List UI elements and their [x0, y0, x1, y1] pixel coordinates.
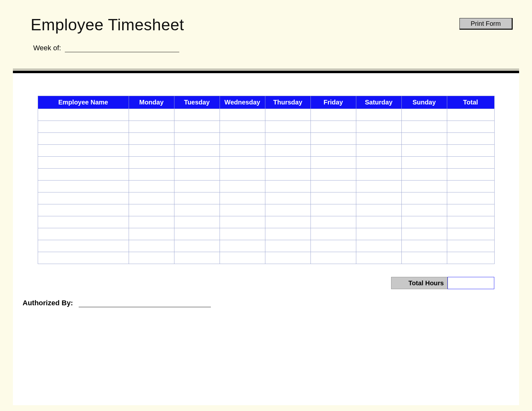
table-cell[interactable] — [356, 228, 401, 240]
table-cell[interactable] — [265, 252, 310, 264]
table-cell[interactable] — [174, 204, 220, 216]
table-cell[interactable] — [447, 109, 494, 121]
table-cell[interactable] — [220, 109, 265, 121]
table-cell[interactable] — [38, 157, 129, 169]
table-cell[interactable] — [220, 145, 265, 157]
table-cell[interactable] — [447, 216, 494, 228]
table-cell[interactable] — [38, 228, 129, 240]
table-cell[interactable] — [401, 169, 447, 181]
table-cell[interactable] — [129, 145, 174, 157]
table-cell[interactable] — [129, 181, 174, 192]
table-cell[interactable] — [220, 240, 265, 252]
table-cell[interactable] — [447, 169, 494, 181]
table-cell[interactable] — [129, 252, 174, 264]
table-cell[interactable] — [310, 109, 356, 121]
table-cell[interactable] — [174, 228, 220, 240]
table-cell[interactable] — [310, 133, 356, 145]
table-cell[interactable] — [265, 133, 310, 145]
table-cell[interactable] — [38, 192, 129, 204]
table-cell[interactable] — [401, 145, 447, 157]
table-cell[interactable] — [174, 169, 220, 181]
table-cell[interactable] — [310, 192, 356, 204]
table-cell[interactable] — [220, 181, 265, 192]
table-cell[interactable] — [38, 181, 129, 192]
table-cell[interactable] — [401, 121, 447, 133]
table-cell[interactable] — [265, 216, 310, 228]
table-cell[interactable] — [38, 121, 129, 133]
table-cell[interactable] — [356, 240, 401, 252]
table-cell[interactable] — [447, 192, 494, 204]
table-cell[interactable] — [174, 133, 220, 145]
table-cell[interactable] — [174, 181, 220, 192]
print-form-button[interactable]: Print Form — [459, 18, 513, 30]
table-cell[interactable] — [38, 169, 129, 181]
table-cell[interactable] — [310, 157, 356, 169]
table-cell[interactable] — [38, 252, 129, 264]
table-cell[interactable] — [38, 216, 129, 228]
table-cell[interactable] — [265, 204, 310, 216]
table-cell[interactable] — [265, 192, 310, 204]
table-cell[interactable] — [356, 157, 401, 169]
table-cell[interactable] — [220, 252, 265, 264]
table-cell[interactable] — [129, 228, 174, 240]
weekof-input[interactable] — [65, 44, 179, 52]
table-cell[interactable] — [220, 216, 265, 228]
table-cell[interactable] — [129, 216, 174, 228]
table-cell[interactable] — [356, 133, 401, 145]
table-cell[interactable] — [129, 133, 174, 145]
authorized-by-input[interactable] — [79, 299, 211, 307]
table-cell[interactable] — [38, 133, 129, 145]
table-cell[interactable] — [447, 204, 494, 216]
table-cell[interactable] — [401, 240, 447, 252]
table-cell[interactable] — [401, 181, 447, 192]
table-cell[interactable] — [265, 109, 310, 121]
table-cell[interactable] — [401, 192, 447, 204]
table-cell[interactable] — [38, 145, 129, 157]
table-cell[interactable] — [129, 121, 174, 133]
table-cell[interactable] — [129, 192, 174, 204]
table-cell[interactable] — [38, 240, 129, 252]
table-cell[interactable] — [447, 133, 494, 145]
table-cell[interactable] — [174, 121, 220, 133]
table-cell[interactable] — [220, 121, 265, 133]
table-cell[interactable] — [174, 192, 220, 204]
table-cell[interactable] — [129, 109, 174, 121]
table-cell[interactable] — [356, 181, 401, 192]
table-cell[interactable] — [447, 181, 494, 192]
table-cell[interactable] — [356, 109, 401, 121]
table-cell[interactable] — [356, 121, 401, 133]
table-cell[interactable] — [356, 216, 401, 228]
table-cell[interactable] — [220, 204, 265, 216]
table-cell[interactable] — [447, 252, 494, 264]
table-cell[interactable] — [310, 216, 356, 228]
table-cell[interactable] — [220, 133, 265, 145]
table-cell[interactable] — [265, 145, 310, 157]
table-cell[interactable] — [220, 157, 265, 169]
table-cell[interactable] — [447, 240, 494, 252]
table-cell[interactable] — [174, 216, 220, 228]
table-cell[interactable] — [310, 228, 356, 240]
table-cell[interactable] — [265, 181, 310, 192]
table-cell[interactable] — [401, 133, 447, 145]
table-cell[interactable] — [310, 240, 356, 252]
table-cell[interactable] — [310, 181, 356, 192]
table-cell[interactable] — [447, 145, 494, 157]
table-cell[interactable] — [447, 121, 494, 133]
table-cell[interactable] — [401, 157, 447, 169]
table-cell[interactable] — [174, 240, 220, 252]
table-cell[interactable] — [174, 145, 220, 157]
table-cell[interactable] — [310, 121, 356, 133]
table-cell[interactable] — [356, 252, 401, 264]
table-cell[interactable] — [310, 252, 356, 264]
table-cell[interactable] — [265, 169, 310, 181]
table-cell[interactable] — [129, 240, 174, 252]
table-cell[interactable] — [129, 204, 174, 216]
table-cell[interactable] — [265, 240, 310, 252]
table-cell[interactable] — [220, 192, 265, 204]
table-cell[interactable] — [401, 216, 447, 228]
table-cell[interactable] — [401, 109, 447, 121]
table-cell[interactable] — [174, 109, 220, 121]
table-cell[interactable] — [310, 204, 356, 216]
table-cell[interactable] — [38, 204, 129, 216]
table-cell[interactable] — [129, 157, 174, 169]
